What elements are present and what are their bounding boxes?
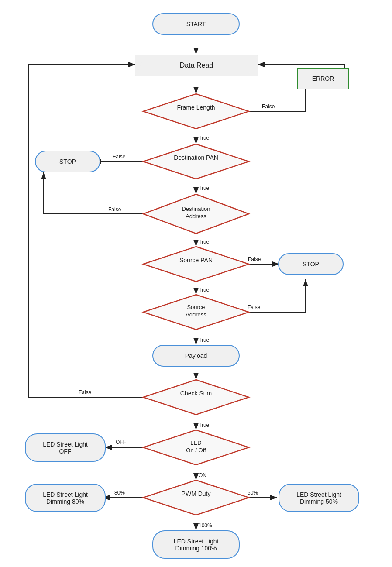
svg-text:False: False xyxy=(262,103,275,110)
data-read-node: Data Read xyxy=(135,55,258,76)
svg-text:False: False xyxy=(113,154,126,160)
svg-text:True: True xyxy=(199,422,210,428)
svg-text:True: True xyxy=(199,287,210,293)
svg-text:Frame Length: Frame Length xyxy=(177,104,215,111)
svg-text:100%: 100% xyxy=(199,522,212,529)
led-80-node: LED Street Light Dimming 80% xyxy=(25,484,106,512)
svg-marker-46 xyxy=(143,144,249,179)
svg-text:True: True xyxy=(199,337,210,343)
svg-text:80%: 80% xyxy=(114,490,125,496)
svg-text:True: True xyxy=(199,135,210,141)
svg-text:Destination PAN: Destination PAN xyxy=(174,154,218,161)
led-100-node: LED Street Light Dimming 100% xyxy=(152,530,240,559)
payload-node: Payload xyxy=(152,345,240,367)
stop2-node: STOP xyxy=(278,253,344,275)
error-node: ERROR xyxy=(297,68,349,89)
svg-text:PWM Duty: PWM Duty xyxy=(182,490,211,497)
svg-text:Source: Source xyxy=(187,304,205,310)
svg-marker-50 xyxy=(143,380,249,415)
svg-text:50%: 50% xyxy=(248,490,258,496)
svg-text:ON: ON xyxy=(199,472,206,478)
stop1-node: STOP xyxy=(35,151,100,172)
svg-text:Source PAN: Source PAN xyxy=(179,257,213,264)
svg-text:OFF: OFF xyxy=(116,439,126,445)
svg-text:Destination: Destination xyxy=(182,206,210,212)
svg-text:False: False xyxy=(248,304,261,310)
svg-text:False: False xyxy=(248,256,261,262)
flowchart: False True False True False True False T… xyxy=(0,0,392,567)
svg-text:Address: Address xyxy=(186,311,206,318)
led-off-node: LED Street Light OFF xyxy=(25,433,106,462)
stop1-label: STOP xyxy=(59,158,76,165)
svg-marker-51 xyxy=(143,430,249,465)
led-100-label: LED Street Light Dimming 100% xyxy=(174,538,219,552)
svg-text:False: False xyxy=(108,206,121,213)
led-off-label: LED Street Light OFF xyxy=(43,441,88,455)
svg-marker-52 xyxy=(143,480,249,515)
svg-marker-45 xyxy=(143,94,249,129)
svg-text:Check Sum: Check Sum xyxy=(180,390,212,397)
svg-text:LED: LED xyxy=(190,440,201,446)
svg-text:False: False xyxy=(79,389,92,395)
svg-text:True: True xyxy=(199,185,210,191)
payload-label: Payload xyxy=(185,352,207,359)
stop2-label: STOP xyxy=(303,261,319,268)
start-node: START xyxy=(152,13,240,35)
svg-text:On / Off: On / Off xyxy=(186,447,206,454)
error-label: ERROR xyxy=(312,75,334,82)
led-80-label: LED Street Light Dimming 80% xyxy=(43,491,88,505)
svg-marker-48 xyxy=(143,247,249,282)
svg-marker-47 xyxy=(143,194,249,234)
led-50-node: LED Street Light Dimming 50% xyxy=(279,484,359,512)
svg-text:Address: Address xyxy=(186,213,206,220)
svg-text:True: True xyxy=(199,239,210,245)
led-50-label: LED Street Light Dimming 50% xyxy=(296,491,341,505)
data-read-label: Data Read xyxy=(180,62,213,69)
start-label: START xyxy=(186,21,206,27)
svg-marker-49 xyxy=(143,295,249,330)
